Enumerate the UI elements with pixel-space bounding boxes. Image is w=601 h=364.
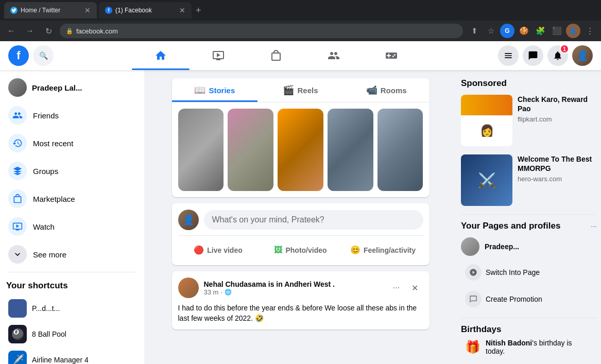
pages-more[interactable]: ··· bbox=[591, 222, 597, 230]
right-sidebar: Sponsored 👩 Check Karo, Reward Pao flipk… bbox=[457, 70, 601, 364]
browser-menu-button[interactable]: ⋮ bbox=[582, 24, 597, 38]
reels-tab-label: Reels bbox=[297, 86, 318, 95]
friends-icon bbox=[8, 106, 27, 125]
ad-herowars-source: hero-wars.com bbox=[518, 175, 597, 183]
tab-facebook-close[interactable]: ✕ bbox=[179, 6, 185, 14]
reels-tab-icon: 🎬 bbox=[283, 84, 294, 96]
composer-actions: 🔴 Live video 🖼 Photo/video 😊 Feeling/act… bbox=[178, 235, 423, 259]
page-name: Pradeep... bbox=[485, 242, 519, 251]
tab-stories[interactable]: 📖 Stories bbox=[172, 78, 258, 102]
photo-video-label: Photo/video bbox=[285, 246, 327, 254]
search-button[interactable]: 🔍 bbox=[33, 45, 54, 66]
tab-facebook-label: (1) Facebook bbox=[115, 7, 152, 14]
shortcut-airline[interactable]: ✈️ Airline Manager 4 bbox=[2, 348, 142, 364]
sidebar-item-watch[interactable]: Watch bbox=[2, 213, 142, 240]
ad-flipkart-title: Check Karo, Reward Pao bbox=[518, 95, 597, 113]
ad-herowars[interactable]: ⚔️ Welcome To The Best MMORPG hero-wars.… bbox=[461, 154, 597, 206]
shortcut-page[interactable]: P...d...t... bbox=[2, 296, 142, 321]
live-video-label: Live video bbox=[207, 246, 242, 254]
tab-twitter-close[interactable]: ✕ bbox=[84, 6, 91, 14]
birthday-item: 🎁 Nitish Badoni's birthday is today. bbox=[461, 335, 597, 359]
nav-video[interactable] bbox=[190, 43, 247, 68]
story-card-5[interactable] bbox=[377, 109, 423, 191]
bookmark-button[interactable]: ☆ bbox=[484, 24, 498, 38]
nav-home[interactable] bbox=[132, 43, 190, 68]
pages-title: Your Pages and profiles bbox=[461, 221, 560, 231]
facebook-nav bbox=[54, 43, 498, 68]
notifications-button[interactable]: 1 bbox=[547, 45, 568, 66]
page-avatar bbox=[461, 237, 479, 256]
ad-flipkart-content: Check Karo, Reward Pao flipkart.com bbox=[518, 95, 597, 146]
facebook-logo[interactable]: f bbox=[8, 45, 29, 66]
watch-label: Watch bbox=[33, 222, 55, 231]
cast-button[interactable]: ⬛ bbox=[550, 24, 564, 38]
tab-twitter[interactable]: Home / Twitter ✕ bbox=[4, 2, 97, 19]
new-tab-button[interactable]: + bbox=[196, 5, 201, 16]
ad-flipkart[interactable]: 👩 Check Karo, Reward Pao flipkart.com bbox=[461, 95, 597, 146]
birthday-icon: 🎁 bbox=[465, 340, 480, 354]
feeling-button[interactable]: 😊 Feeling/activity bbox=[343, 241, 423, 259]
stories-card: 📖 Stories 🎬 Reels 📹 Rooms bbox=[172, 78, 430, 197]
extensions-button[interactable]: 🧩 bbox=[533, 24, 547, 38]
right-divider-1 bbox=[461, 214, 597, 215]
switch-page-icon bbox=[465, 264, 482, 281]
sidebar-item-see-more[interactable]: See more bbox=[2, 241, 142, 268]
ad-flipkart-image: 👩 bbox=[461, 95, 512, 146]
switch-into-page-button[interactable]: Switch Into Page bbox=[461, 260, 597, 285]
live-video-button[interactable]: 🔴 Live video bbox=[178, 241, 259, 259]
birthday-name: Nitish Badoni bbox=[486, 339, 532, 347]
post-header: Nehal Chudasama is in Andheri West . 33 … bbox=[178, 278, 423, 298]
tab-twitter-label: Home / Twitter bbox=[21, 7, 60, 14]
nav-marketplace[interactable] bbox=[247, 43, 305, 68]
grid-menu-button[interactable] bbox=[498, 45, 519, 66]
post-close-button[interactable]: ✕ bbox=[407, 280, 423, 296]
story-card-1[interactable] bbox=[178, 109, 224, 191]
nav-gaming[interactable] bbox=[363, 43, 420, 68]
shortcut-8ball[interactable]: 🎱 8 Ball Pool bbox=[2, 322, 142, 346]
left-sidebar: Pradeep Lal... Friends Most recent Group… bbox=[0, 70, 144, 364]
address-bar[interactable]: 🔒 facebook.com bbox=[60, 24, 463, 38]
nav-groups[interactable] bbox=[305, 43, 363, 68]
facebook-body: Pradeep Lal... Friends Most recent Group… bbox=[0, 70, 601, 364]
right-divider-2 bbox=[461, 318, 597, 318]
forward-button[interactable]: → bbox=[23, 24, 37, 38]
sidebar-divider bbox=[8, 272, 136, 272]
twitter-favicon bbox=[10, 7, 18, 14]
create-promotion-label: Create Promotion bbox=[486, 295, 542, 303]
tab-reels[interactable]: 🎬 Reels bbox=[257, 78, 344, 102]
ad-herowars-title: Welcome To The Best MMORPG bbox=[518, 154, 597, 173]
post-card: Nehal Chudasama is in Andheri West . 33 … bbox=[172, 271, 430, 330]
extension-g-button[interactable]: G bbox=[500, 24, 514, 38]
feed-tabs: 📖 Stories 🎬 Reels 📹 Rooms bbox=[172, 78, 430, 102]
story-card-4[interactable] bbox=[328, 109, 373, 191]
watch-icon bbox=[8, 217, 27, 236]
main-feed: 📖 Stories 🎬 Reels 📹 Rooms bbox=[144, 70, 457, 364]
messenger-button[interactable] bbox=[523, 45, 543, 66]
profile-avatar-browser[interactable]: 👤 bbox=[566, 24, 580, 38]
friends-label: Friends bbox=[33, 111, 59, 120]
story-card-3[interactable] bbox=[278, 109, 323, 191]
shortcut-8ball-label: 8 Ball Pool bbox=[32, 330, 66, 338]
sidebar-item-marketplace[interactable]: Marketplace bbox=[2, 185, 142, 212]
create-promotion-button[interactable]: Create Promotion bbox=[461, 287, 597, 311]
promo-icon bbox=[465, 291, 482, 307]
sidebar-item-groups[interactable]: Groups bbox=[2, 158, 142, 184]
tab-rooms[interactable]: 📹 Rooms bbox=[344, 78, 430, 102]
composer-avatar: 👤 bbox=[178, 210, 199, 230]
rooms-tab-label: Rooms bbox=[381, 86, 407, 95]
tab-facebook[interactable]: f (1) Facebook ✕ bbox=[99, 2, 192, 19]
feeling-label: Feeling/activity bbox=[364, 246, 416, 254]
post-more-button[interactable]: ··· bbox=[388, 280, 405, 296]
user-name-sidebar: Pradeep Lal... bbox=[32, 83, 82, 92]
profile-avatar[interactable]: 👤 bbox=[572, 45, 593, 66]
sidebar-user[interactable]: Pradeep Lal... bbox=[2, 74, 142, 101]
story-card-2[interactable] bbox=[228, 109, 273, 191]
photo-video-button[interactable]: 🖼 Photo/video bbox=[261, 241, 341, 259]
sidebar-item-friends[interactable]: Friends bbox=[2, 102, 142, 129]
post-input[interactable]: What's on your mind, Prateek? bbox=[204, 210, 423, 230]
sidebar-item-most-recent[interactable]: Most recent bbox=[2, 130, 142, 157]
back-button[interactable]: ← bbox=[4, 24, 19, 38]
share-button[interactable]: ⬆ bbox=[467, 24, 482, 38]
reload-button[interactable]: ↻ bbox=[41, 24, 56, 38]
extension-cookie-button[interactable]: 🍪 bbox=[517, 24, 531, 38]
